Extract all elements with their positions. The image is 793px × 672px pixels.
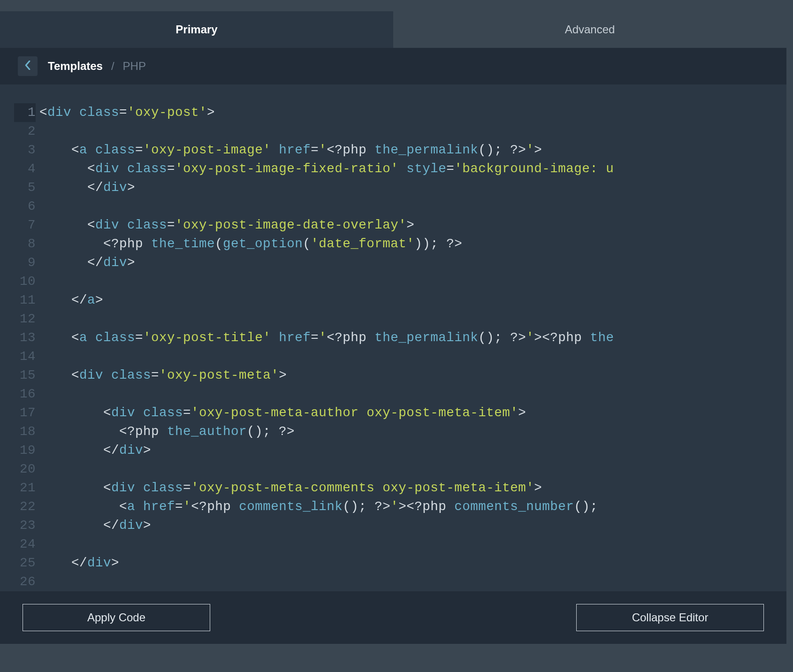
line-number: 21 (14, 479, 36, 497)
line-number: 19 (14, 441, 36, 460)
line-number: 22 (14, 497, 36, 516)
line-number: 17 (14, 404, 36, 422)
line-number: 24 (14, 535, 36, 554)
line-number: 7 (14, 216, 36, 235)
code-line[interactable] (39, 272, 786, 291)
code-line[interactable] (39, 385, 786, 404)
breadcrumb: Templates / PHP (48, 60, 146, 73)
line-number: 23 (14, 516, 36, 535)
breadcrumb-leaf: PHP (123, 60, 146, 73)
breadcrumb-bar: Templates / PHP (0, 48, 786, 84)
line-number: 8 (14, 235, 36, 253)
code-line[interactable]: <?php the_time(get_option('date_format')… (39, 235, 786, 253)
code-line[interactable]: <div class='oxy-post-image-date-overlay'… (39, 216, 786, 235)
code-line[interactable] (39, 573, 786, 591)
code-line[interactable]: </div> (39, 253, 786, 272)
line-number: 25 (14, 554, 36, 573)
line-number: 10 (14, 272, 36, 291)
line-number: 9 (14, 253, 36, 272)
line-number: 13 (14, 328, 36, 347)
code-line[interactable] (39, 535, 786, 554)
line-number: 1 (14, 103, 36, 122)
line-number: 12 (14, 310, 36, 328)
code-line[interactable]: <a class='oxy-post-title' href='<?php th… (39, 328, 786, 347)
line-number: 6 (14, 197, 36, 216)
code-line[interactable]: </div> (39, 441, 786, 460)
footer-bar: Apply Code Collapse Editor (0, 591, 786, 644)
breadcrumb-separator: / (111, 60, 114, 73)
code-line[interactable]: </div> (39, 178, 786, 197)
code-line[interactable]: </div> (39, 516, 786, 535)
code-editor[interactable]: 1234567891011121314151617181920212223242… (0, 84, 786, 591)
line-number: 26 (14, 573, 36, 591)
code-line[interactable]: <a class='oxy-post-image' href='<?php th… (39, 141, 786, 160)
code-line[interactable]: <div class='oxy-post-meta-comments oxy-p… (39, 479, 786, 497)
breadcrumb-root[interactable]: Templates (48, 60, 103, 73)
line-number: 5 (14, 178, 36, 197)
code-line[interactable] (39, 347, 786, 366)
line-number: 20 (14, 460, 36, 479)
code-line[interactable] (39, 310, 786, 328)
line-number: 15 (14, 366, 36, 385)
tabs-bar: Primary Advanced (0, 11, 786, 48)
code-line[interactable]: <div class='oxy-post-meta-author oxy-pos… (39, 404, 786, 422)
code-content[interactable]: <div class='oxy-post'> <a class='oxy-pos… (39, 103, 786, 591)
tab-advanced[interactable]: Advanced (393, 11, 786, 48)
code-line[interactable]: <div class='oxy-post-meta'> (39, 366, 786, 385)
line-number: 2 (14, 122, 36, 141)
line-number: 14 (14, 347, 36, 366)
tab-primary[interactable]: Primary (0, 11, 393, 48)
code-line[interactable]: <?php the_author(); ?> (39, 422, 786, 441)
chevron-left-icon (24, 61, 31, 72)
code-line[interactable]: <a href='<?php comments_link(); ?>'><?ph… (39, 497, 786, 516)
line-number: 11 (14, 291, 36, 310)
line-number: 4 (14, 160, 36, 178)
code-line[interactable]: </div> (39, 554, 786, 573)
code-line[interactable] (39, 460, 786, 479)
code-line[interactable] (39, 197, 786, 216)
code-line[interactable]: </a> (39, 291, 786, 310)
back-button[interactable] (18, 56, 38, 76)
line-number: 18 (14, 422, 36, 441)
code-line[interactable]: <div class='oxy-post'> (39, 103, 786, 122)
code-line[interactable] (39, 122, 786, 141)
line-number: 16 (14, 385, 36, 404)
line-number-gutter: 1234567891011121314151617181920212223242… (14, 103, 39, 591)
code-line[interactable]: <div class='oxy-post-image-fixed-ratio' … (39, 160, 786, 178)
apply-code-button[interactable]: Apply Code (23, 604, 210, 631)
line-number: 3 (14, 141, 36, 160)
collapse-editor-button[interactable]: Collapse Editor (576, 604, 764, 631)
panel-root: Primary Advanced Templates / PHP 1234567… (0, 0, 786, 644)
